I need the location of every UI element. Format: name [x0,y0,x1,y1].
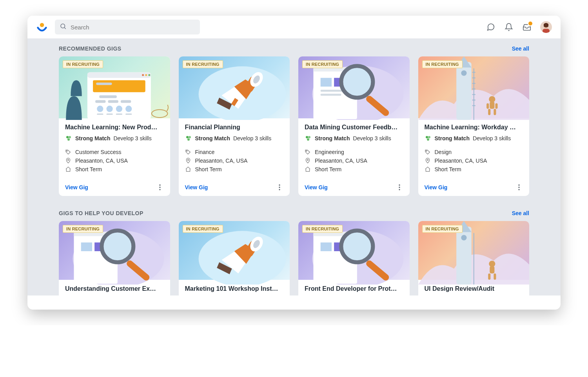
svg-rect-115 [490,266,494,273]
svg-point-44 [279,185,280,186]
view-gig-link[interactable]: View Gig [425,184,448,190]
svg-point-28 [67,138,70,141]
status-badge: IN RECRUITING [302,60,343,68]
gig-title: Understanding Customer Ex… [65,285,164,295]
svg-point-76 [489,96,495,102]
term-row: Short Term [425,166,523,172]
svg-point-31 [159,185,160,186]
svg-line-2 [64,27,65,29]
home-icon [185,166,191,172]
bell-icon[interactable] [504,22,514,32]
section-header-recommended: RECOMMENDED GIGS See all [59,45,529,52]
app-frame: RECOMMENDED GIGS See all [27,16,561,310]
svg-point-39 [186,136,189,138]
svg-point-29 [67,150,67,151]
section-title: RECOMMENDED GIGS [59,45,122,52]
kebab-menu-icon[interactable] [515,183,523,191]
svg-point-64 [399,189,400,190]
section-title: GIGS TO HELP YOU DEVELOP [59,210,143,216]
svg-rect-6 [87,72,151,119]
gig-title: Machine Learning: Workday … [425,124,523,131]
svg-point-30 [67,159,69,160]
svg-point-9 [145,74,147,76]
gig-card[interactable]: IN RECRUITING Machine Learning: Workday … [418,56,530,196]
svg-point-43 [187,159,189,160]
location-row: Pleasanton, CA, USA [185,158,284,164]
view-gig-link[interactable]: View Gig [65,184,88,190]
kebab-menu-icon[interactable] [156,183,164,191]
user-avatar[interactable] [540,21,552,33]
kebab-menu-icon[interactable] [276,183,283,191]
svg-rect-77 [490,102,494,109]
gig-card[interactable]: IN RECRUITING Marketing 101 Workshop Ins… [179,221,290,295]
svg-point-20 [125,106,132,112]
gig-title: Marketing 101 Workshop Inst… [185,285,284,295]
gig-card[interactable]: IN RECRUITING Data Mining Customer Feedb… [298,56,410,196]
tag-icon [305,149,311,155]
search-input[interactable] [71,24,195,31]
svg-rect-21 [97,114,103,115]
svg-rect-93 [81,243,92,251]
view-gig-link[interactable]: View Gig [305,184,328,190]
svg-point-114 [489,261,495,267]
gig-title: Machine Learning: New Prod… [65,124,164,131]
location-icon [185,158,191,164]
location-icon [425,158,431,164]
cards-recommended: IN RECRUITING Machine Learning: New Prod… [59,56,529,196]
svg-point-67 [461,70,466,76]
svg-rect-5 [543,29,550,33]
svg-point-41 [187,138,190,141]
search-field[interactable] [55,20,200,34]
status-badge: IN RECRUITING [63,225,103,233]
svg-rect-23 [116,114,122,115]
svg-point-61 [307,159,308,160]
svg-rect-105 [321,243,332,251]
gig-card[interactable]: IN RECRUITING Understanding Customer Ex… [59,221,170,295]
gig-card[interactable]: IN RECRUITING Financial Planning Strong … [179,56,290,196]
svg-rect-13 [99,95,117,98]
status-badge: IN RECRUITING [422,60,463,68]
gig-card[interactable]: IN RECRUITING Machine Learning: New Prod… [59,56,170,196]
develop-label: Develop 3 skills [473,135,511,141]
view-gig-link[interactable]: View Gig [185,184,208,190]
match-icon [65,135,72,142]
svg-rect-22 [107,114,113,115]
match-label: Strong Match [75,135,110,141]
svg-point-86 [427,159,428,160]
svg-point-33 [159,189,160,190]
svg-point-0 [40,23,44,27]
svg-point-58 [308,136,310,138]
tag-icon [425,149,431,155]
category-row: Customer Success [65,149,164,155]
status-badge: IN RECRUITING [302,225,343,233]
svg-point-8 [142,74,144,76]
see-all-link[interactable]: See all [512,45,529,52]
svg-point-59 [307,138,309,141]
inbox-icon[interactable] [522,22,532,32]
notification-dot [528,21,533,26]
gig-card[interactable]: IN RECRUITING UI Design Review/Audit [418,221,530,295]
topbar-actions [486,21,552,33]
svg-rect-16 [121,100,131,103]
svg-point-40 [189,136,191,138]
category-row: Design [425,149,523,155]
see-all-link[interactable]: See all [512,210,529,216]
category-row: Engineering [305,149,403,155]
term-row: Short Term [305,166,403,172]
gig-card[interactable]: IN RECRUITING Front End Developer for Pr… [298,221,410,295]
home-icon [425,166,431,172]
status-badge: IN RECRUITING [63,60,103,68]
develop-label: Develop 3 skills [113,135,151,141]
location-row: Pleasanton, CA, USA [305,158,403,164]
svg-point-85 [426,150,426,151]
category-row: Finance [185,149,284,155]
svg-rect-79 [494,109,496,115]
kebab-menu-icon[interactable] [396,183,403,191]
svg-rect-81 [495,103,497,109]
svg-rect-50 [321,78,332,87]
svg-point-82 [426,136,428,138]
chat-icon[interactable] [486,22,495,32]
svg-point-88 [518,187,519,188]
term-row: Short Term [185,166,284,172]
workday-logo[interactable] [36,21,48,33]
